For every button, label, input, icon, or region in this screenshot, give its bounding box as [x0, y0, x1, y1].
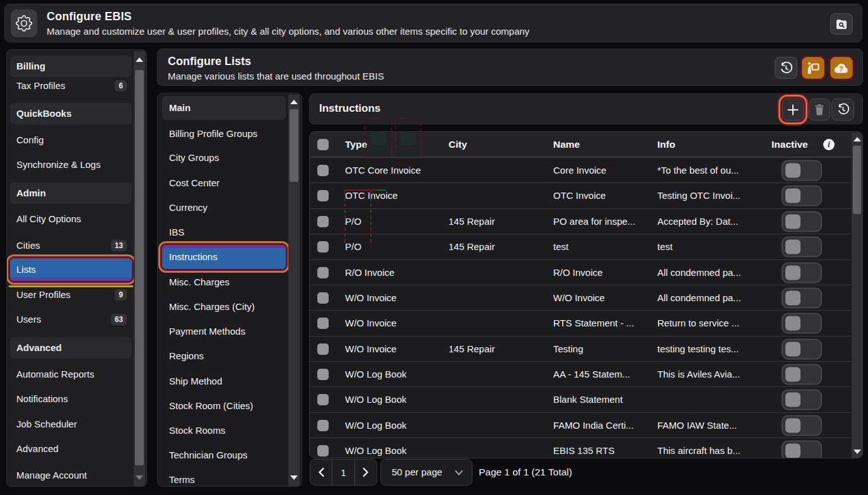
gear-button[interactable] — [11, 9, 37, 37]
inactive-toggle[interactable] — [782, 441, 822, 459]
cell-info: Accepted By: Dat... — [657, 209, 768, 234]
sidebar-item-label: Tax Profiles — [16, 80, 66, 91]
column-header-info[interactable]: Info — [657, 132, 768, 157]
scroll-down-icon[interactable] — [136, 475, 143, 480]
inactive-toggle[interactable] — [782, 288, 822, 309]
scroll-down-icon[interactable] — [853, 450, 861, 454]
listnav-item-stock-room-cities[interactable]: Stock Room (Cities) — [162, 394, 286, 418]
sidebar-scrollbar-thumb[interactable] — [135, 70, 144, 465]
row-checkbox[interactable] — [317, 394, 329, 405]
history-button[interactable] — [831, 98, 854, 121]
listnav-item-city-groups[interactable]: City Groups — [162, 146, 286, 170]
table-row[interactable]: W/O Invoice W/O Invoice All condemned pa… — [310, 285, 862, 311]
inactive-toggle[interactable] — [782, 390, 822, 410]
table-row[interactable]: W/O Invoice 145 Repair Testing testing t… — [310, 336, 862, 362]
sidebar-item-advanced[interactable]: Advanced — [10, 438, 132, 460]
listnav-item-ship-method[interactable]: Ship Method — [162, 369, 286, 393]
inactive-toggle[interactable] — [782, 339, 822, 360]
delete-button[interactable] — [809, 98, 830, 121]
sidebar-item-cities[interactable]: Cities13 — [10, 234, 132, 257]
scroll-up-icon[interactable] — [853, 137, 861, 141]
sidebar-item-notifications[interactable]: Notifications — [10, 388, 132, 410]
listnav-scrollbar[interactable] — [288, 95, 300, 486]
page-size-select[interactable]: 50 per page — [380, 459, 472, 486]
inactive-toggle[interactable] — [782, 160, 822, 181]
table-row[interactable]: W/O Log Book AA - 145 Statem... This is … — [310, 361, 862, 387]
inactive-toggle[interactable] — [782, 364, 822, 385]
history-button[interactable] — [775, 57, 797, 79]
tour-button[interactable] — [802, 57, 824, 79]
table-scrollbar[interactable] — [852, 133, 862, 458]
cell-city — [449, 285, 549, 311]
listnav-item-instructions[interactable]: Instructions — [162, 245, 286, 269]
listnav-item-ibs[interactable]: IBS — [162, 220, 286, 244]
listnav-item-terms[interactable]: Terms — [162, 468, 286, 487]
cell-type: W/O Invoice — [345, 285, 446, 311]
listnav-item-billing-profile-groups[interactable]: Billing Profile Groups — [162, 122, 286, 146]
listnav-item-payment-methods[interactable]: Payment Methods — [162, 319, 286, 343]
inactive-toggle[interactable] — [782, 237, 822, 258]
inactive-toggle[interactable] — [782, 212, 822, 232]
row-checkbox[interactable] — [317, 318, 329, 329]
inactive-toggle[interactable] — [782, 263, 822, 283]
inactive-toggle[interactable] — [782, 313, 822, 334]
sidebar-item-job-scheduler[interactable]: Job Scheduler — [10, 413, 132, 436]
listnav-item-misc-charges[interactable]: Misc. Charges — [162, 270, 286, 294]
sidebar-scrollbar[interactable] — [134, 51, 145, 486]
sidebar-item-synchronize-logs[interactable]: Synchronize & Logs — [10, 153, 132, 176]
row-checkbox[interactable] — [317, 165, 329, 176]
table-row[interactable]: W/O Invoice RTS Statement - ... Return t… — [310, 310, 862, 336]
table-scrollbar-thumb[interactable] — [853, 146, 861, 214]
scroll-up-icon[interactable] — [136, 57, 143, 62]
column-header-inactive[interactable]: Inactive — [771, 132, 828, 157]
sidebar-item-user-profiles[interactable]: User Profiles9 — [10, 283, 132, 306]
row-checkbox[interactable] — [317, 241, 329, 253]
table-row[interactable]: OTC Core Invoice Core Invoice *To the be… — [310, 157, 862, 183]
info-icon[interactable]: i — [823, 139, 835, 150]
scroll-down-icon[interactable] — [290, 475, 298, 480]
row-checkbox[interactable] — [317, 216, 329, 227]
sidebar-item-all-city-options[interactable]: All City Options — [10, 208, 132, 230]
sidebar-item-automatic-reports[interactable]: Automatic Reports — [10, 363, 132, 386]
sidebar-item-manage-account[interactable]: Manage Account — [10, 464, 132, 487]
listnav-item-cost-center[interactable]: Cost Center — [162, 171, 286, 195]
table-row[interactable]: P/O 145 Repair test test — [310, 234, 862, 259]
current-page-button[interactable]: 1 — [332, 460, 354, 485]
row-checkbox[interactable] — [317, 267, 329, 278]
table-row[interactable]: W/O Log Book EBIS 135 RTS This aircraft … — [310, 438, 862, 458]
table-row[interactable]: W/O Log Book Blank Statement — [310, 386, 862, 412]
inactive-toggle[interactable] — [782, 186, 822, 206]
column-header-name[interactable]: Name — [553, 132, 654, 157]
folder-search-button[interactable] — [830, 13, 853, 35]
row-checkbox[interactable] — [317, 190, 329, 201]
sidebar-item-tax-profiles[interactable]: Tax Profiles6 — [10, 75, 132, 97]
table-row[interactable]: R/O Invoice R/O Invoice All condemned pa… — [310, 259, 862, 285]
help-cloud-button[interactable]: ? — [830, 57, 853, 79]
table-row[interactable]: P/O 145 Repair PO area for inspe... Acce… — [310, 208, 862, 234]
cell-city — [449, 260, 549, 285]
inactive-toggle[interactable] — [782, 415, 822, 436]
scroll-up-icon[interactable] — [290, 100, 298, 104]
sidebar-item-users[interactable]: Users63 — [10, 308, 132, 331]
sidebar-item-lists[interactable]: Lists — [10, 258, 132, 281]
row-checkbox[interactable] — [317, 369, 329, 380]
listnav-item-misc-charges-city[interactable]: Misc. Charges (City) — [162, 295, 286, 319]
table-row[interactable]: OTC Invoice OTC Invoice Testing OTC Invo… — [310, 182, 862, 208]
row-checkbox[interactable] — [317, 343, 329, 355]
listnav-item-regions[interactable]: Regions — [162, 344, 286, 368]
add-button[interactable] — [782, 98, 804, 121]
sidebar-item-config[interactable]: Config — [10, 129, 132, 152]
table-row[interactable]: W/O Log Book FAMO India Certi... FAMO IA… — [310, 412, 862, 438]
row-checkbox[interactable] — [317, 445, 329, 456]
row-checkbox[interactable] — [317, 292, 329, 304]
select-all-checkbox[interactable] — [317, 139, 329, 150]
column-header-city[interactable]: City — [449, 132, 549, 157]
listnav-item-stock-rooms[interactable]: Stock Rooms — [162, 419, 286, 443]
listnav-item-currency[interactable]: Currency — [162, 196, 286, 220]
next-page-button[interactable] — [355, 460, 377, 485]
listnav-item-label: Cost Center — [169, 177, 220, 188]
prev-page-button[interactable] — [310, 460, 332, 485]
listnav-scrollbar-thumb[interactable] — [290, 109, 298, 182]
row-checkbox[interactable] — [317, 420, 329, 431]
listnav-item-technician-groups[interactable]: Technician Groups — [162, 443, 286, 467]
